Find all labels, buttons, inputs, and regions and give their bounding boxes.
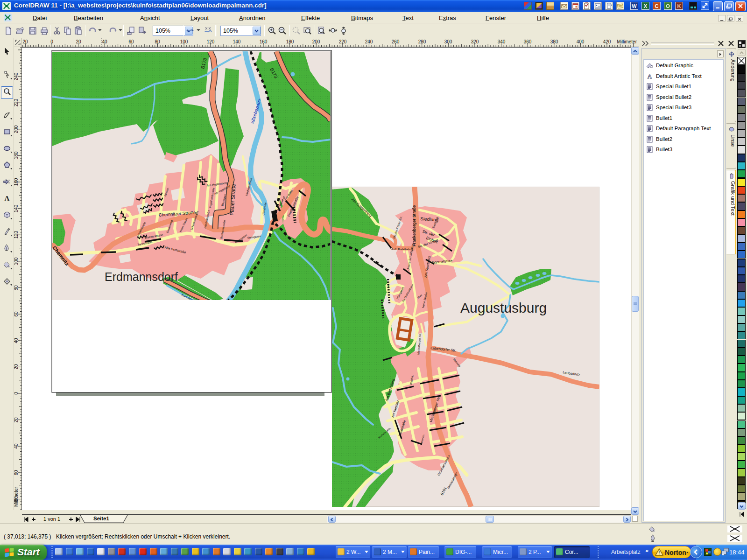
svg-text:Frankenberger Straße: Frankenberger Straße xyxy=(412,205,416,246)
svg-text:Erdmannsdorf: Erdmannsdorf xyxy=(105,270,178,283)
svg-text:Anff. Rodelbahn: Anff. Rodelbahn xyxy=(391,248,411,251)
svg-text:!: ! xyxy=(658,550,660,555)
svg-text:Augustusburg: Augustusburg xyxy=(460,300,547,315)
svg-text:A: A xyxy=(648,73,652,80)
